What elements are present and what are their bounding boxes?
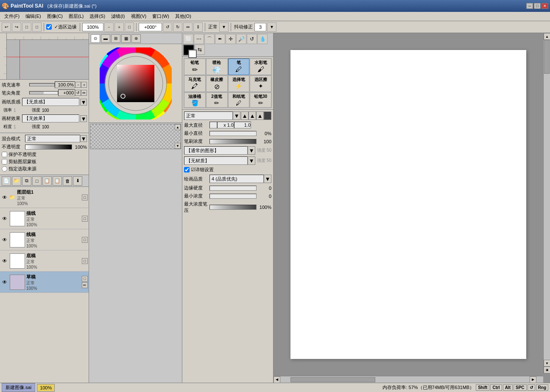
menu-file[interactable]: 文件(F) — [2, 12, 22, 20]
polygon-lasso-tool[interactable]: ⌒ — [204, 34, 215, 44]
blend-mode-select[interactable]: 正常 — [25, 135, 80, 142]
layer-group-item[interactable]: 👁 📁 图层组1 正常 100% □ — [0, 187, 89, 208]
color-palette-tab[interactable]: ▦ — [121, 34, 131, 43]
scroll-thumb-v[interactable] — [544, 40, 550, 74]
new-folder-button[interactable]: 📁 — [12, 176, 21, 186]
scroll-corner[interactable]: ▣ — [544, 367, 550, 373]
menu-filter[interactable]: 滤镜(I) — [109, 12, 127, 20]
rotation-input[interactable] — [139, 23, 162, 31]
ink-pen-tool[interactable]: ✒ — [215, 34, 225, 44]
eyedropper-tool[interactable]: 💧 — [257, 34, 268, 44]
brush-shape-dropdown[interactable]: ▼ — [248, 146, 255, 155]
flow-minus[interactable]: － — [75, 82, 81, 88]
layer-item-miaoxian[interactable]: 👁 描线 正常 100% □ — [0, 208, 89, 229]
layer-eye-xiangao[interactable]: 👁 — [1, 236, 8, 244]
menu-window[interactable]: 窗口(W) — [150, 12, 172, 20]
lasso-tool[interactable]: ⋯ — [194, 34, 204, 44]
angle-input[interactable] — [58, 89, 75, 96]
menu-edit[interactable]: 编辑(E) — [23, 12, 44, 20]
color-wheel-tab[interactable]: ⊙ — [91, 34, 100, 43]
file-tab[interactable]: 新建图像.sai — [2, 383, 35, 392]
selection-rect-tool[interactable]: ⬜ — [183, 34, 193, 44]
paste-layer-btn[interactable]: 📋 — [53, 176, 62, 186]
select-erase-tool[interactable]: 选区擦 ✦ — [250, 75, 271, 92]
quality-select[interactable]: 4 (品质优先) — [209, 175, 264, 183]
zoom-tool[interactable]: 🔎 — [236, 34, 246, 44]
scroll-up-button[interactable]: ▲ — [544, 33, 550, 40]
foreground-color[interactable] — [183, 44, 194, 56]
new-layer-button[interactable]: 📄 — [2, 176, 11, 186]
delete-layer-button[interactable]: 🗑 — [63, 176, 72, 186]
layer-eye-miaoxian[interactable]: 👁 — [1, 215, 8, 222]
rotate-cw-button[interactable]: ↻ — [173, 22, 182, 32]
brush-shape2[interactable]: ▲ — [248, 111, 256, 120]
select-pen-tool[interactable]: 选择笔 ⚡ — [228, 75, 250, 92]
color-grid-tab[interactable]: ⊞ — [111, 34, 120, 43]
brush-texture-dropdown[interactable]: ▼ — [248, 156, 255, 165]
brush-shape-select[interactable]: 【通常的图形】 — [184, 146, 248, 155]
brush-blend-dropdown[interactable]: ▼ — [233, 111, 240, 120]
layer-lock-icon[interactable]: □ — [82, 195, 88, 200]
zoom-out-button[interactable]: － — [104, 22, 114, 32]
density-slider[interactable] — [209, 139, 257, 144]
minimize-button[interactable]: ─ — [526, 3, 533, 9]
angle-slider[interactable] — [29, 91, 58, 95]
flow-slider[interactable] — [29, 83, 55, 86]
tb-btn2[interactable]: □ — [32, 22, 42, 32]
max-diam-mult[interactable] — [217, 122, 234, 128]
binary-pen-tool[interactable]: 2值笔 ✏ — [206, 92, 228, 108]
color-wheel[interactable] — [100, 47, 172, 120]
layer-lock-miaoxian[interactable]: □ — [82, 216, 88, 222]
eraser-tool[interactable]: 橡皮擦 ⊘ — [206, 75, 228, 92]
copy-layer-button[interactable]: ⧉ — [22, 176, 31, 186]
pencil-tool[interactable]: 铅笔 ✏ — [184, 58, 206, 75]
layer-edit-caogao[interactable]: ✏ — [82, 282, 88, 288]
color-custom-tab[interactable]: ⊛ — [131, 34, 141, 43]
zoom-input[interactable] — [82, 23, 103, 31]
tb-btn1[interactable]: □ — [22, 22, 31, 32]
layer-item-xiangao[interactable]: 👁 线稿 正常 100% □ — [0, 229, 89, 250]
detail-settings-checkbox[interactable] — [184, 167, 190, 172]
move-tool[interactable]: ✛ — [226, 34, 236, 44]
clip-mask-checkbox[interactable] — [2, 159, 7, 164]
swatches-scroll-down[interactable]: ▼ — [175, 143, 181, 149]
layer-item-digao[interactable]: 👁 底稿 正常 100% □ — [0, 250, 89, 272]
zoom-in-button[interactable]: ＋ — [114, 22, 124, 32]
menu-layer[interactable]: 图层(L) — [66, 12, 86, 20]
min-density-slider[interactable] — [209, 194, 257, 199]
menu-image[interactable]: 图像(C) — [45, 12, 65, 20]
scroll-right-button[interactable]: ▶ — [530, 376, 536, 383]
flip-v-button[interactable]: ⇕ — [193, 22, 203, 32]
quality-dropdown[interactable]: ▼ — [264, 175, 271, 183]
flow-plus[interactable]: ＋ — [81, 82, 87, 88]
max-pressure-slider[interactable] — [209, 205, 257, 210]
paint-effect-dropdown[interactable]: ▼ — [80, 115, 87, 122]
color-wheel-container[interactable] — [89, 44, 182, 122]
select-source-radio[interactable] — [2, 166, 7, 172]
swatches-scroll-up[interactable]: ▲ — [175, 124, 181, 130]
brush-shape1[interactable]: ▲ — [241, 111, 248, 120]
brush-texture-select[interactable]: 【无材质】 — [184, 156, 248, 165]
angle-flip[interactable]: ⇔ — [81, 90, 87, 96]
stabilizer-dropdown[interactable]: ▼ — [267, 22, 276, 32]
airbrush-tool[interactable]: 喷枪 💨 — [206, 58, 228, 75]
layer-eye-caogao[interactable]: 👁 — [1, 278, 8, 286]
close-button[interactable]: ✕ — [542, 3, 548, 9]
scroll-left-button[interactable]: ◀ — [274, 376, 280, 383]
rotate-tool[interactable]: ↺ — [247, 34, 257, 44]
brush-shape3[interactable]: ▲ — [256, 111, 264, 120]
pen-tool[interactable]: 笔 🖊 — [228, 58, 250, 75]
blend-mode-btn[interactable]: ▼ — [80, 135, 87, 142]
flow-input[interactable] — [55, 81, 75, 88]
menu-select[interactable]: 选择(S) — [87, 12, 108, 20]
zoom-fit-button[interactable]: □ — [125, 22, 134, 32]
brush-blend-mode-select[interactable]: 正常 — [184, 111, 233, 120]
layer-lock-xiangao[interactable]: □ — [82, 237, 88, 243]
maximize-button[interactable]: □ — [534, 3, 541, 9]
scrollbar-horizontal[interactable]: ◀ ▶ — [274, 376, 543, 383]
blend-mode-dropdown[interactable]: ▼ — [219, 22, 229, 32]
selection-edge-checkbox[interactable] — [46, 24, 52, 30]
preserve-opacity-checkbox[interactable] — [2, 152, 7, 157]
scrollbar-vertical[interactable]: ▲ ▼ ▣ — [543, 33, 550, 373]
menu-view[interactable]: 视图(V) — [128, 12, 149, 20]
